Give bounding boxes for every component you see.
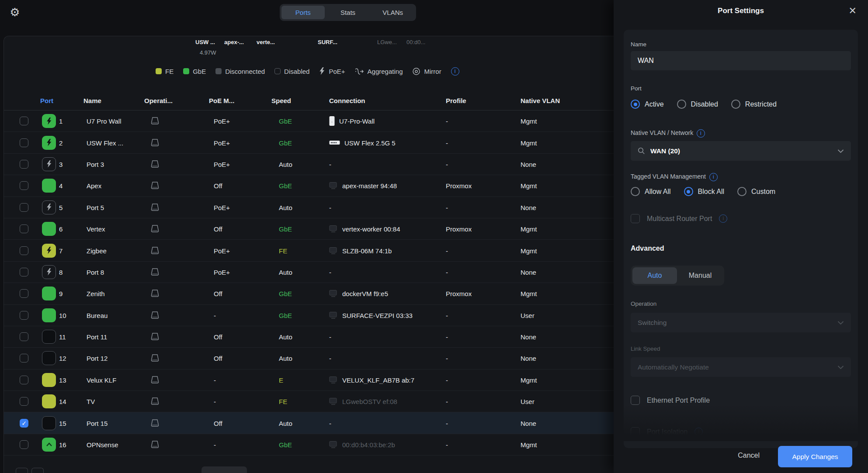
tab-stats[interactable]: Stats: [326, 6, 370, 19]
table-row[interactable]: 12 Port 12 Off Auto - - None: [4, 348, 619, 369]
ethernet-port-profile-label: Ethernet Port Profile: [647, 397, 710, 404]
name-input[interactable]: WAN: [631, 51, 851, 70]
row-checkbox[interactable]: [20, 181, 28, 190]
cancel-button[interactable]: Cancel: [738, 452, 760, 459]
ports-table-card: USW ...apex-...verte...SURF...LGwe...00:…: [3, 36, 619, 473]
multicast-info-icon[interactable]: i: [719, 214, 727, 223]
tagged-vlan-radio-custom[interactable]: Custom: [737, 187, 775, 196]
row-checkbox[interactable]: [20, 138, 28, 147]
column-header-speed[interactable]: Speed: [271, 97, 291, 104]
port-number: 6: [59, 225, 62, 233]
row-checkbox[interactable]: [20, 311, 28, 320]
pagination-button-partial[interactable]: [16, 468, 28, 473]
row-checkbox[interactable]: [20, 268, 28, 276]
port-state-radio-active[interactable]: Active: [631, 100, 664, 109]
profile: Proxmox: [446, 290, 472, 297]
table-header: Port Name Operati... PoE M... Speed Conn…: [4, 93, 619, 110]
table-row[interactable]: 6 Vertex Off GbE vertex-worker 00:84 Pro…: [4, 218, 619, 240]
port-state-radio-restricted[interactable]: Restricted: [731, 100, 777, 109]
client-device-icon: [329, 376, 338, 383]
column-header-profile[interactable]: Profile: [446, 97, 466, 104]
connection-cell: -: [329, 355, 331, 362]
tagged-vlan-radio-allow-all[interactable]: Allow All: [631, 187, 671, 196]
column-header-port[interactable]: Port: [40, 97, 53, 104]
table-row[interactable]: 9 Zenith Off GbE dockerVM f9:e5 Proxmox …: [4, 283, 619, 304]
ethernet-port-profile-checkbox[interactable]: [631, 396, 640, 405]
link-speed-select[interactable]: Automatically Negotiate: [631, 357, 851, 377]
tab-vlans[interactable]: VLANs: [371, 6, 414, 19]
legend-item-aggregating: Aggregating: [355, 68, 403, 75]
table-row[interactable]: 4 Apex Off GbE apex-master 94:48 Proxmox…: [4, 175, 619, 197]
table-row[interactable]: 10 Bureau - GbE SURFACE-VEZPI 03:33 - Us…: [4, 305, 619, 326]
connection-cell: VELUX_KLF_AB7B ab:7: [329, 376, 414, 383]
operation-device-icon: [150, 160, 160, 168]
radio-label: Block All: [698, 188, 724, 196]
column-header-connection[interactable]: Connection: [329, 97, 365, 104]
row-checkbox[interactable]: [20, 397, 28, 406]
row-checkbox[interactable]: [20, 246, 28, 255]
table-row[interactable]: 14 TV - FE LGwebOSTV ef:08 - User: [4, 391, 619, 412]
tagged-vlan-info-icon[interactable]: i: [709, 173, 718, 181]
connection-name: VELUX_KLF_AB7B ab:7: [342, 376, 414, 383]
pagination-button-partial[interactable]: [31, 468, 44, 473]
row-checkbox[interactable]: [20, 376, 28, 384]
native-vlan-select[interactable]: WAN (20): [631, 141, 851, 161]
tab-ports[interactable]: Ports: [281, 6, 325, 19]
native-vlan: Mgmt: [521, 117, 537, 125]
row-checkbox[interactable]: [20, 289, 28, 298]
native-vlan-info-icon[interactable]: i: [697, 129, 705, 138]
connection-cell: LGwebOSTV ef:08: [329, 398, 397, 405]
native-vlan: Mgmt: [521, 247, 537, 254]
table-row[interactable]: 7 Zigbee PoE+ FE SLZB-06M 74:1b - Mgmt: [4, 240, 619, 261]
port-name: Port 15: [87, 419, 108, 427]
port-status-icon: [42, 114, 56, 128]
operation-select[interactable]: Switching: [631, 313, 851, 332]
row-checkbox[interactable]: [20, 160, 28, 169]
table-row[interactable]: 11 Port 11 Off Auto - - None: [4, 326, 619, 348]
tagged-vlan-label: Tagged VLAN Management i: [631, 173, 718, 181]
row-checkbox[interactable]: [20, 440, 28, 449]
native-vlan: User: [521, 311, 535, 319]
row-checkbox[interactable]: [20, 332, 28, 341]
pagination-control-partial[interactable]: [201, 466, 247, 473]
table-row[interactable]: 2 USW Flex ... PoE+ GbE USW Flex 2.5G 5 …: [4, 132, 619, 153]
gear-icon[interactable]: ⚙: [8, 5, 22, 19]
table-row[interactable]: 16 OPNsense - GbE 00:d0:b4:03:be:2b - Mg…: [4, 434, 619, 456]
close-icon[interactable]: ✕: [849, 5, 857, 17]
column-header-operation[interactable]: Operati...: [144, 97, 173, 104]
multicast-router-port-checkbox[interactable]: [631, 214, 640, 223]
row-checkbox[interactable]: ✓: [20, 419, 28, 428]
table-row[interactable]: 8 Port 8 PoE+ Auto - - None: [4, 262, 619, 283]
advanced-mode-auto[interactable]: Auto: [632, 267, 677, 284]
row-checkbox[interactable]: [20, 224, 28, 233]
legend-info-icon[interactable]: i: [451, 67, 459, 76]
apply-changes-button[interactable]: Apply Changes: [778, 446, 852, 467]
port-speed: Auto: [279, 204, 292, 211]
row-checkbox[interactable]: [20, 117, 28, 125]
table-body: 1 U7 Pro Wall PoE+ GbE U7-Pro-Wall - Mgm…: [4, 110, 619, 456]
connection-name: dockerVM f9:e5: [342, 290, 388, 297]
table-row[interactable]: 13 Velux KLF - E VELUX_KLF_AB7B ab:7 - M…: [4, 369, 619, 391]
port-name: Velux KLF: [87, 376, 116, 383]
connection-cell: apex-master 94:48: [329, 182, 397, 190]
port-isolation-info-icon[interactable]: i: [694, 428, 703, 436]
port-status-active-icon: [42, 308, 56, 322]
column-header-native-vlan[interactable]: Native VLAN: [521, 97, 560, 104]
advanced-mode-manual[interactable]: Manual: [678, 267, 722, 284]
port-name: U7 Pro Wall: [87, 117, 121, 125]
table-row[interactable]: 1 U7 Pro Wall PoE+ GbE U7-Pro-Wall - Mgm…: [4, 110, 619, 132]
column-header-poe-mode[interactable]: PoE M...: [209, 97, 234, 104]
table-row[interactable]: 3 Port 3 PoE+ Auto - - None: [4, 154, 619, 175]
port-state-radio-disabled[interactable]: Disabled: [677, 100, 718, 109]
port-isolation-checkbox[interactable]: [631, 427, 640, 436]
radio-icon: [677, 100, 686, 109]
row-checkbox[interactable]: [20, 354, 28, 363]
radio-label: Disabled: [691, 100, 718, 108]
row-checkbox[interactable]: [20, 203, 28, 212]
table-row[interactable]: 5 Port 5 PoE+ Auto - - None: [4, 197, 619, 218]
profile: -: [446, 398, 448, 405]
tagged-vlan-radio-block-all[interactable]: Block All: [684, 187, 724, 196]
column-header-name[interactable]: Name: [83, 97, 101, 104]
table-row[interactable]: ✓ 15 Port 15 Off Auto - - None: [4, 412, 619, 434]
profile: -: [446, 419, 448, 427]
